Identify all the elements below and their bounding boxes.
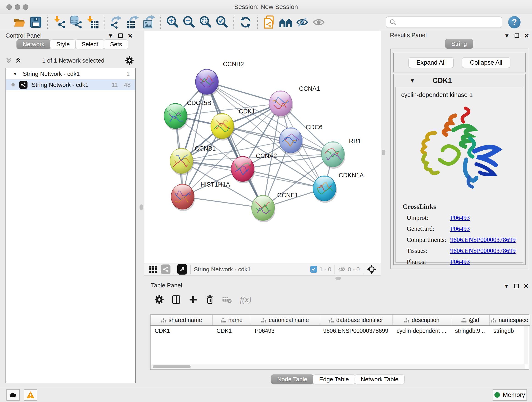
column-header-name[interactable]: name: [212, 315, 251, 325]
refresh-layout-button[interactable]: [237, 15, 254, 29]
navbar-separator: [190, 265, 191, 274]
crosslink-link[interactable]: 9606.ENSP00000378699: [450, 236, 515, 243]
column-header-id[interactable]: @id: [451, 315, 489, 325]
columns-icon: [172, 295, 181, 304]
export-image-button[interactable]: [141, 15, 157, 29]
table-cell[interactable]: CDK1: [212, 325, 251, 336]
tab-node-table[interactable]: Node Table: [271, 375, 313, 384]
results-panel-close-icon[interactable]: ×: [524, 32, 529, 39]
save-session-button[interactable]: [27, 15, 44, 29]
table-cell[interactable]: CDK1: [151, 325, 212, 336]
detach-view-button[interactable]: [177, 264, 187, 274]
window-titlebar: Session: New Session: [0, 0, 532, 14]
column-header-shared-name[interactable]: shared name: [151, 315, 212, 325]
table-row[interactable]: CDK1CDK1P064939606.ENSP00000378699cyclin…: [151, 325, 530, 336]
tab-network-table[interactable]: Network Table: [355, 375, 405, 384]
crosslink-link[interactable]: 9606.ENSP00000378699: [450, 247, 515, 254]
network-collection-row[interactable]: ▼ String Network - cdk1 1: [6, 68, 135, 79]
tab-edge-table[interactable]: Edge Table: [313, 375, 355, 384]
network-node-cdkn1a[interactable]: CDKN1A: [313, 172, 364, 203]
network-edge[interactable]: [183, 82, 207, 197]
vertical-splitter-grip[interactable]: [382, 150, 385, 155]
search-input[interactable]: [396, 19, 502, 26]
tab-network[interactable]: Network: [17, 39, 51, 49]
collapse-all-tree-icon[interactable]: [6, 57, 12, 64]
navigate-fit-button[interactable]: [367, 264, 377, 274]
memory-button[interactable]: Memory: [493, 389, 527, 401]
expand-all-button[interactable]: Expand All: [409, 57, 454, 68]
import-network-file-button[interactable]: [51, 15, 68, 29]
node-label: CDKN1A: [339, 172, 364, 179]
zoom-out-button[interactable]: [181, 15, 197, 29]
create-column-button[interactable]: [189, 295, 198, 304]
results-panel-float-icon[interactable]: [515, 33, 519, 38]
node-table-container: shared namenamecanonical namedatabase id…: [150, 314, 529, 370]
show-graphics-details-button[interactable]: [278, 15, 294, 29]
table-cell[interactable]: cyclin-dependent ...: [393, 325, 451, 336]
network-node-rb1[interactable]: RB1: [322, 138, 361, 169]
table-options-button[interactable]: [155, 295, 164, 304]
network-node-ccne1[interactable]: CCNE1: [252, 192, 298, 222]
tab-select[interactable]: Select: [75, 39, 104, 49]
import-network-database-button[interactable]: [68, 15, 84, 29]
clone-network-button[interactable]: [261, 15, 278, 29]
table-cell[interactable]: P06493: [251, 325, 319, 336]
scrollbar-thumb[interactable]: [153, 365, 191, 368]
column-header-description[interactable]: description: [393, 315, 451, 325]
crosslink-link[interactable]: P06493: [450, 214, 470, 221]
delete-column-button[interactable]: [206, 295, 214, 304]
network-node-ccna1[interactable]: CCNA1: [269, 85, 320, 118]
vertical-splitter-grip[interactable]: [139, 204, 143, 210]
export-network-button[interactable]: [108, 15, 124, 29]
selected-checkbox-icon[interactable]: [310, 266, 317, 273]
control-panel-close-icon[interactable]: ×: [128, 32, 133, 39]
network-edge[interactable]: [207, 82, 263, 208]
cloud-status-button[interactable]: [6, 389, 20, 401]
network-node-hist1h1a[interactable]: HIST1H1A: [171, 181, 230, 211]
import-table-icon: [85, 15, 99, 29]
zoom-in-button[interactable]: [164, 15, 181, 29]
show-columns-button[interactable]: [172, 295, 181, 304]
hide-selected-button[interactable]: [294, 15, 310, 29]
section-expander-icon[interactable]: ▼: [410, 77, 415, 84]
network-row[interactable]: String Network - cdk1 11 48: [6, 79, 135, 90]
table-panel: Table Panel ▼ ×: [148, 280, 529, 386]
table-panel-float-icon[interactable]: [514, 284, 519, 288]
column-header-namespace[interactable]: namespace: [489, 315, 530, 325]
network-overview-button[interactable]: [161, 264, 171, 274]
results-panel-menu-icon[interactable]: ▼: [504, 33, 510, 38]
crosslink-link[interactable]: P06493: [450, 258, 470, 265]
clear-table-button[interactable]: [222, 295, 232, 304]
table-vertical-scrollbar[interactable]: [524, 326, 528, 364]
tab-sets[interactable]: Sets: [104, 39, 128, 49]
help-button[interactable]: ?: [508, 16, 520, 28]
export-table-button[interactable]: [124, 15, 141, 29]
control-panel-float-icon[interactable]: [118, 33, 123, 38]
collection-expander-icon[interactable]: ▼: [13, 71, 17, 77]
zoom-fit-button[interactable]: [197, 15, 214, 29]
crosslink-link[interactable]: P06493: [450, 225, 470, 232]
network-canvas[interactable]: CCNB2CCNA1CDC25BCDK1CDC6RB1CCNB1CCNA2CDK…: [144, 31, 381, 263]
tab-string[interactable]: String: [445, 39, 473, 49]
expand-all-tree-icon[interactable]: [15, 57, 22, 64]
control-panel-menu-icon[interactable]: ▼: [108, 33, 113, 38]
table-horizontal-scrollbar[interactable]: [151, 364, 525, 369]
collapse-all-button[interactable]: Collapse All: [462, 57, 510, 68]
zoom-selected-button[interactable]: [214, 15, 230, 29]
function-builder-button[interactable]: f(x): [240, 295, 251, 304]
table-cell[interactable]: stringdb:9...: [451, 325, 489, 336]
section-node-name: CDK1: [433, 77, 452, 85]
show-all-button[interactable]: [310, 15, 327, 29]
table-cell[interactable]: 9606.ENSP00000378699: [319, 325, 393, 336]
horizontal-splitter-grip[interactable]: [336, 277, 341, 280]
import-table-file-button[interactable]: [84, 15, 101, 29]
network-options-gear-icon[interactable]: [125, 56, 134, 65]
column-header-database-identifier[interactable]: database identifier: [319, 315, 393, 325]
warnings-button[interactable]: [24, 389, 37, 401]
column-header-canonical-name[interactable]: canonical name: [251, 315, 319, 325]
table-panel-close-icon[interactable]: ×: [524, 283, 528, 289]
table-panel-menu-icon[interactable]: ▼: [504, 283, 509, 289]
grid-view-button[interactable]: [149, 265, 157, 274]
open-session-button[interactable]: [11, 15, 27, 29]
tab-style[interactable]: Style: [50, 39, 76, 49]
